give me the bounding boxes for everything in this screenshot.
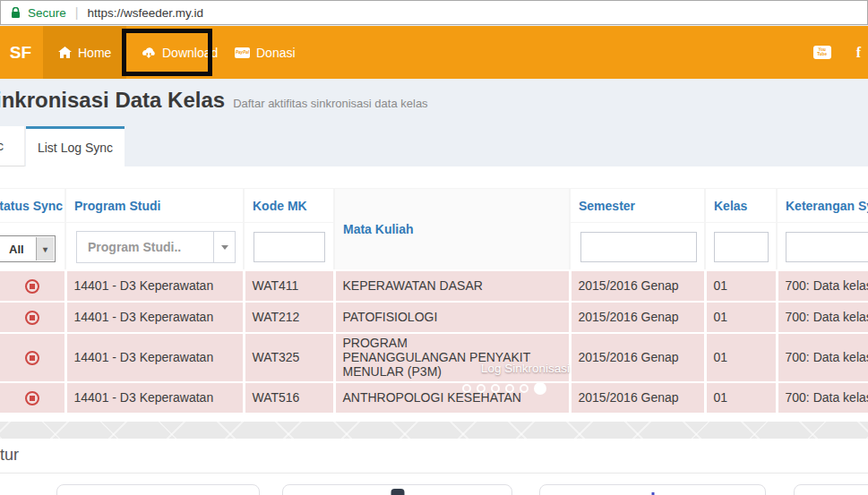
url-text[interactable]: https://wsfeeder.my.id (87, 6, 203, 20)
status-stop-icon (25, 311, 39, 325)
program-studi-filter-select[interactable]: Program Studi.. (76, 231, 236, 263)
cell-kelas: 01 (705, 382, 777, 414)
section-divider (0, 473, 868, 474)
page-subtitle: Daftar aktifitas sinkronisasi data kelas (233, 97, 427, 110)
select2-arrow (213, 232, 235, 262)
cell-keterangan-sync: 700: Data kelas i (777, 270, 868, 302)
status-sync-filter-select[interactable]: All ▾ (0, 235, 56, 262)
cell-kode-mk: WAT411 (244, 270, 334, 302)
navbar-social-links: YouTube f (813, 26, 868, 79)
cell-kode-mk: WAT516 (244, 382, 334, 414)
fitur-section: Fitur (0, 439, 868, 495)
cell-keterangan-sync: 700: Data kelas i (777, 333, 868, 382)
tour-dot[interactable] (477, 384, 486, 393)
cell-kelas: 01 (705, 302, 777, 333)
tab-list-log-sync[interactable]: List Log Sync (26, 126, 125, 166)
cell-program-studi: 14401 - D3 Keperawatan (65, 270, 244, 302)
cell-mata-kuliah: PATOFISIOLOGI (334, 302, 570, 333)
kode-mk-filter-input[interactable] (254, 232, 325, 262)
tab-sync-label: Sync (0, 139, 4, 153)
cell-keterangan-sync: 700: Data kelas i (777, 382, 868, 414)
nav-item-home[interactable]: Home (43, 26, 126, 79)
nav-item-download[interactable]: Download (126, 26, 233, 79)
cell-program-studi: 14401 - D3 Keperawatan (65, 333, 244, 382)
keterangan-filter-input[interactable] (786, 232, 868, 262)
facebook-icon[interactable]: f (856, 45, 861, 61)
status-stop-icon (25, 391, 39, 405)
secure-label: Secure (28, 6, 66, 20)
page-title: Sinkronisasi Data KelasDaftar aktifitas … (0, 88, 428, 113)
tour-dot[interactable] (491, 384, 500, 393)
home-icon (58, 47, 72, 58)
download-icon (142, 47, 156, 58)
youtube-icon-line2: Tube (817, 53, 827, 57)
table-row[interactable]: 14401 - D3 Keperawatan WAT325 PROGRAM PE… (0, 333, 868, 382)
kelas-filter-input[interactable] (714, 232, 769, 262)
tab-sync[interactable]: Sync (0, 126, 25, 166)
feature-card[interactable] (539, 484, 766, 495)
cell-semester: 2015/2016 Genap (570, 270, 705, 302)
cell-kode-mk: WAT325 (244, 333, 334, 382)
table-row[interactable]: 14401 - D3 Keperawatan WAT212 PATOFISIOL… (0, 302, 868, 333)
status-filter-value: All (9, 243, 24, 256)
status-stop-icon (25, 351, 39, 365)
background-pattern-strip (0, 422, 868, 439)
cell-kelas: 01 (705, 270, 777, 302)
table-row[interactable]: 14401 - D3 Keperawatan WAT411 KEPERAWATA… (0, 270, 868, 302)
program-filter-placeholder: Program Studi.. (88, 240, 181, 254)
feature-card-icon (391, 489, 404, 495)
tour-dot[interactable] (520, 384, 529, 393)
main-navbar: SF Home Download PayPal Donasi YouTube f (0, 26, 868, 79)
log-sync-table-panel: Status Sync Program Studi Kode MK Mata K… (0, 166, 868, 422)
cell-semester: 2015/2016 Genap (570, 333, 705, 382)
log-sync-table: Status Sync Program Studi Kode MK Mata K… (0, 188, 868, 414)
cell-mata-kuliah: PROGRAM PENANGGULANGAN PENYAKIT MENULAR … (334, 333, 570, 382)
column-header-program-studi: Program Studi (65, 189, 244, 223)
nav-download-label: Download (162, 46, 218, 60)
column-header-status-sync: Status Sync (0, 199, 63, 213)
cell-keterangan-sync: 700: Data kelas i (777, 302, 868, 333)
nav-item-donasi[interactable]: PayPal Donasi (219, 26, 311, 79)
triangle-down-icon (221, 245, 228, 250)
column-header-kelas: Kelas (705, 189, 777, 223)
tour-dot[interactable] (462, 384, 471, 393)
nav-home-label: Home (78, 46, 111, 60)
semester-filter-input[interactable] (580, 232, 697, 262)
dropdown-arrow-icon: ▾ (36, 237, 54, 260)
cell-kelas: 01 (705, 333, 777, 382)
cell-mata-kuliah: KEPERAWATAN DASAR (334, 270, 570, 302)
column-header-keterangan-sync: Keterangan Sync (777, 189, 868, 223)
table-row[interactable]: 14401 - D3 Keperawatan WAT516 ANTHROPOLO… (0, 382, 868, 414)
address-divider: | (73, 5, 81, 20)
feature-card[interactable] (56, 484, 260, 495)
cell-semester: 2015/2016 Genap (570, 382, 705, 414)
cell-kode-mk: WAT212 (244, 302, 334, 333)
cell-program-studi: 14401 - D3 Keperawatan (65, 382, 244, 414)
tour-pagination-dots (462, 382, 546, 395)
status-stop-icon (25, 279, 39, 294)
table-header-row: Status Sync Program Studi Kode MK Mata K… (0, 189, 868, 223)
column-header-mata-kuliah: Mata Kuliah (334, 189, 570, 270)
tab-list-log-sync-label: List Log Sync (38, 141, 113, 155)
column-header-semester: Semester (570, 189, 705, 223)
fitur-section-title: Fitur (0, 446, 19, 465)
tour-dot-active[interactable] (534, 382, 546, 395)
lock-icon (11, 7, 21, 19)
content-header: Sinkronisasi Data KelasDaftar aktifitas … (0, 79, 868, 125)
browser-address-bar[interactable]: Secure | https://wsfeeder.my.id (0, 0, 868, 25)
feature-card[interactable] (794, 484, 868, 495)
page-title-text: Sinkronisasi Data Kelas (0, 88, 225, 112)
tour-dot[interactable] (505, 384, 514, 393)
nav-donasi-label: Donasi (256, 46, 296, 60)
cell-semester: 2015/2016 Genap (570, 302, 705, 333)
feature-card[interactable] (282, 484, 512, 495)
youtube-icon[interactable]: YouTube (813, 46, 831, 59)
brand-logo[interactable]: SF (0, 26, 41, 79)
column-header-kode-mk: Kode MK (244, 189, 334, 223)
tab-bar: Sync List Log Sync (0, 126, 868, 166)
paypal-icon: PayPal (235, 47, 250, 58)
cell-program-studi: 14401 - D3 Keperawatan (65, 302, 244, 333)
